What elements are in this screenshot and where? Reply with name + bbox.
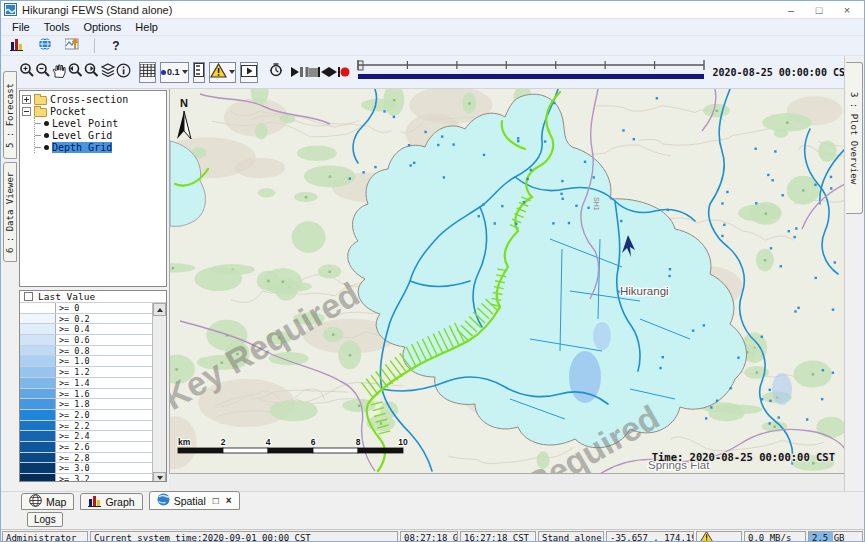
- skip-to-start-button[interactable]: [318, 62, 329, 83]
- zoom-previous-button[interactable]: [66, 62, 83, 83]
- zoom-previous-icon: [66, 62, 83, 82]
- class-interval-dropdown[interactable]: 0.1: [160, 62, 189, 83]
- tab-data-viewer[interactable]: 6 : Data Viewer: [3, 162, 17, 262]
- legend-swatch: [20, 335, 56, 345]
- scale-unit-label: km: [178, 437, 191, 447]
- time-slider[interactable]: [356, 58, 708, 86]
- interval-value: 0.1: [167, 67, 180, 77]
- collapse-icon[interactable]: [22, 107, 31, 116]
- legend-scrollbar[interactable]: [152, 303, 166, 482]
- legend-row[interactable]: >= 1.4: [20, 378, 152, 389]
- tree-children: Level Point Level Grid Depth Grid: [34, 117, 166, 153]
- legend-label: >= 1.8: [56, 399, 90, 409]
- legend-panel: Last Value >= 0>= 0.2>= 0.4>= 0.6>= 0.8>…: [19, 290, 167, 482]
- scroll-up-button[interactable]: [153, 303, 166, 316]
- minimize-button[interactable]: –: [777, 2, 805, 18]
- legend-swatch: [20, 463, 56, 473]
- scroll-down-button[interactable]: [153, 472, 166, 482]
- tree-node-cross-section[interactable]: Cross-section: [22, 93, 166, 105]
- skip-end-icon: [329, 67, 340, 77]
- last-value-label: Last Value: [38, 291, 95, 302]
- logs-button[interactable]: Logs: [27, 512, 63, 527]
- tab-graph[interactable]: Graph: [80, 493, 142, 510]
- expand-icon[interactable]: [22, 95, 31, 104]
- maximize-button[interactable]: □: [805, 2, 833, 18]
- stop-button[interactable]: [309, 62, 318, 83]
- legend-row[interactable]: >= 1.8: [20, 399, 152, 410]
- tab-map[interactable]: Map: [21, 493, 74, 510]
- legend-row[interactable]: >= 2.0: [20, 410, 152, 421]
- tree-node-level-point[interactable]: Level Point: [35, 117, 166, 129]
- tab-close-button[interactable]: ×: [226, 495, 232, 506]
- legend-row[interactable]: >= 3.0: [20, 463, 152, 474]
- chart-display-button[interactable]: [63, 37, 83, 54]
- legend-row[interactable]: >= 0: [20, 303, 152, 314]
- legend-row[interactable]: >= 3.2: [20, 474, 152, 482]
- legend-row[interactable]: >= 0.8: [20, 346, 152, 357]
- menu-item-tools[interactable]: Tools: [37, 20, 77, 34]
- menu-item-options[interactable]: Options: [76, 20, 128, 34]
- legend-row[interactable]: >= 0.4: [20, 324, 152, 335]
- map-canvas[interactable]: API Key Required API Key Required SH1 Hi…: [170, 89, 844, 474]
- pause-button[interactable]: [300, 62, 309, 83]
- tree-label-selected: Depth Grid: [52, 142, 112, 153]
- legend-row[interactable]: >= 1.0: [20, 356, 152, 367]
- map-display-button[interactable]: [35, 37, 55, 54]
- app-icon: [4, 3, 17, 16]
- tree-node-depth-grid[interactable]: Depth Grid: [35, 141, 166, 153]
- legend-row[interactable]: >= 2.6: [20, 442, 152, 453]
- tree-node-pocket[interactable]: Pocket: [22, 105, 166, 117]
- grid-display-button[interactable]: [139, 62, 156, 83]
- status-warning-cell[interactable]: [696, 531, 742, 542]
- tab-plot-overview[interactable]: 3 : Plot Overview: [846, 62, 863, 214]
- zoom-in-button[interactable]: [19, 62, 35, 83]
- grid-icon: [140, 63, 155, 81]
- status-gmt-time: 08:27:18 GMT: [400, 531, 458, 542]
- legend-row[interactable]: >= 0.2: [20, 314, 152, 325]
- legend-label: >= 1.2: [56, 367, 90, 377]
- legend-row[interactable]: >= 2.8: [20, 453, 152, 464]
- tree-node-level-grid[interactable]: Level Grid: [35, 129, 166, 141]
- warning-icon: [700, 531, 713, 542]
- play-button[interactable]: [290, 62, 300, 83]
- layers-button[interactable]: [100, 62, 116, 83]
- tab-maximize-button[interactable]: □: [213, 495, 219, 506]
- last-value-checkbox[interactable]: [24, 292, 33, 301]
- zoom-next-button[interactable]: [83, 62, 100, 83]
- legend-toggle-button[interactable]: [193, 62, 205, 83]
- animation-settings-button[interactable]: [268, 62, 284, 83]
- legend-label: >= 0.8: [56, 346, 90, 356]
- status-user: Administrator: [2, 531, 88, 542]
- legend-row[interactable]: >= 2.4: [20, 431, 152, 442]
- legend-row[interactable]: >= 0.6: [20, 335, 152, 346]
- animation-window-button[interactable]: [240, 62, 258, 83]
- close-button[interactable]: ×: [833, 2, 861, 18]
- tab-forecast[interactable]: 5 : Forecast: [3, 71, 17, 159]
- zoom-next-icon: [83, 62, 100, 82]
- zoom-out-icon: [35, 62, 51, 82]
- legend-label: >= 2.8: [56, 453, 90, 463]
- zoom-out-button[interactable]: [35, 62, 51, 83]
- legend-row[interactable]: >= 1.2: [20, 367, 152, 378]
- menu-item-file[interactable]: File: [5, 20, 37, 34]
- window-title: Hikurangi FEWS (Stand alone): [22, 4, 172, 16]
- scale-tick-label: 8: [356, 437, 361, 447]
- tree-label: Cross-section: [50, 94, 128, 105]
- record-button[interactable]: [340, 62, 350, 83]
- tab-graph-label: Graph: [105, 496, 134, 508]
- help-button[interactable]: ?: [106, 37, 126, 54]
- tree-label: Pocket: [50, 106, 86, 117]
- legend-row[interactable]: >= 1.6: [20, 389, 152, 400]
- tab-spatial[interactable]: Spatial □ ×: [149, 491, 240, 510]
- menu-item-help[interactable]: Help: [128, 20, 165, 34]
- warnings-dropdown[interactable]: [209, 62, 236, 83]
- pan-button[interactable]: [51, 62, 66, 83]
- skip-start-icon: [318, 67, 329, 77]
- skip-to-end-button[interactable]: [329, 62, 340, 83]
- bar-chart-icon: [10, 37, 24, 55]
- info-button[interactable]: [116, 62, 131, 83]
- memory-label: 2.5 GB: [812, 533, 845, 542]
- database-display-button[interactable]: [7, 37, 27, 54]
- left-panel: Cross-section Pocket Level Point Level G…: [17, 89, 169, 491]
- legend-row[interactable]: >= 2.2: [20, 421, 152, 432]
